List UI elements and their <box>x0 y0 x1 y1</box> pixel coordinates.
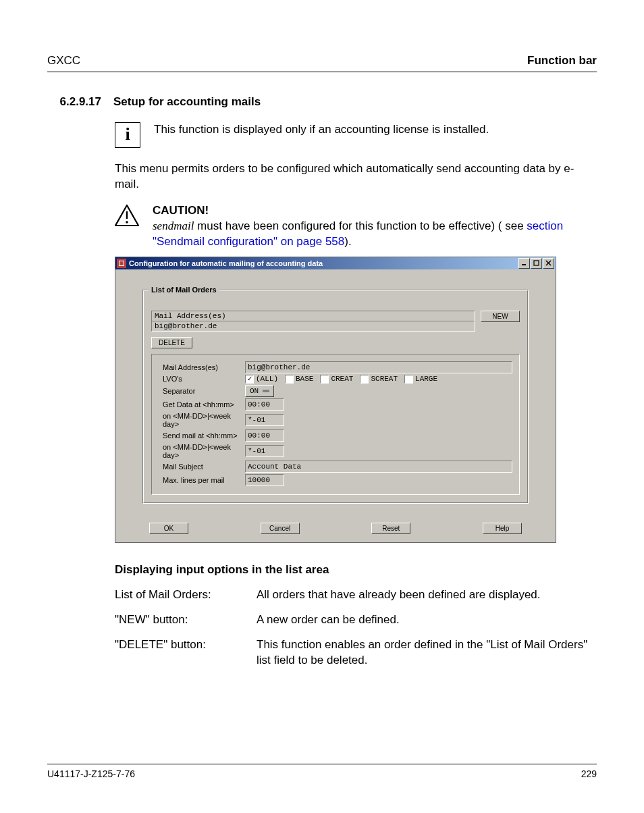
caution-ital: sendmail <box>153 219 194 232</box>
send-day-input[interactable]: *-01 <box>245 445 284 457</box>
get-day-label: on <MM-DD>|<week day> <box>163 412 245 428</box>
lvo-label: LVO's <box>163 375 245 383</box>
section-title: Setup for accounting mails <box>113 95 261 109</box>
lvo-creat-checkbox[interactable] <box>320 375 329 384</box>
svg-point-2 <box>126 221 128 224</box>
separator-label: Separator <box>163 387 245 395</box>
info-icon: i <box>115 122 140 148</box>
cancel-button[interactable]: Cancel <box>261 523 300 534</box>
mail-orders-list[interactable]: Mail Address(es) big@brother.de <box>151 311 475 332</box>
def-delete-def: This function enables an order defined i… <box>257 637 597 668</box>
get-time-label: Get Data at <hh:mm> <box>163 400 245 409</box>
def-new-term: "NEW" button: <box>115 612 257 628</box>
get-time-input[interactable]: 00:00 <box>245 398 284 411</box>
warning-icon <box>115 205 139 226</box>
close-button[interactable] <box>543 258 554 269</box>
subject-input[interactable]: Account Data <box>245 461 512 473</box>
app-icon <box>117 259 126 268</box>
footer-rule <box>47 764 597 764</box>
lvo-screat-checkbox[interactable] <box>360 375 369 384</box>
lvo-screat-label: SCREAT <box>371 375 398 383</box>
info-note: This function is displayed only if an ac… <box>154 122 489 138</box>
window-title: Configuration for automatic mailing of a… <box>129 259 323 267</box>
lvo-large-checkbox[interactable] <box>404 375 413 384</box>
mail-addr-input[interactable]: big@brother.de <box>245 361 512 373</box>
page-number: 229 <box>581 768 597 779</box>
svg-rect-6 <box>534 261 539 265</box>
section-number: 6.2.9.17 <box>47 95 101 109</box>
new-button[interactable]: NEW <box>481 311 520 322</box>
minimize-button[interactable] <box>518 258 530 269</box>
lvo-base-label: BASE <box>296 375 313 383</box>
separator-select[interactable]: ON <box>245 385 274 397</box>
doc-header-right: Function bar <box>527 54 597 68</box>
order-form: Mail Address(es) big@brother.de LVO's ✓(… <box>151 354 520 495</box>
lvo-options: ✓(ALL) BASE CREAT SCREAT LARGE <box>245 375 437 384</box>
intro-paragraph: This menu permits orders to be configure… <box>115 161 597 192</box>
dialog-window: Configuration for automatic mailing of a… <box>115 257 556 543</box>
doc-header-left: GXCC <box>47 54 80 68</box>
lvo-all-label: (ALL) <box>256 375 278 383</box>
caution-text-after: ). <box>344 235 351 248</box>
caution-title: CAUTION! <box>153 204 209 217</box>
subject-label: Mail Subject <box>163 463 245 471</box>
group-legend: List of Mail Orders <box>149 286 219 294</box>
lvo-large-label: LARGE <box>415 375 437 383</box>
titlebar[interactable]: Configuration for automatic mailing of a… <box>115 257 556 269</box>
maxlines-input[interactable]: 10000 <box>245 474 284 486</box>
send-time-label: Send mail at <hh:mm> <box>163 431 245 440</box>
send-day-label: on <MM-DD>|<week day> <box>163 443 245 459</box>
caution-body: CAUTION! sendmail must have been configu… <box>153 203 597 250</box>
subheading: Displaying input options in the list are… <box>115 563 597 577</box>
def-listorders-def: All orders that have already been define… <box>257 587 597 603</box>
mail-addr-label: Mail Address(es) <box>163 363 245 371</box>
mail-orders-group: List of Mail Orders Mail Address(es) big… <box>142 290 529 504</box>
caution-text-before: must have been configured for this funct… <box>194 219 527 232</box>
lvo-base-checkbox[interactable] <box>285 375 294 384</box>
def-listorders-term: List of Mail Orders: <box>115 587 257 603</box>
delete-button[interactable]: DELETE <box>151 337 192 348</box>
svg-rect-4 <box>119 261 124 265</box>
ok-button[interactable]: OK <box>149 523 188 534</box>
help-button[interactable]: Help <box>483 523 522 534</box>
def-delete-term: "DELETE" button: <box>115 637 257 668</box>
get-day-input[interactable]: *-01 <box>245 414 284 426</box>
lvo-creat-label: CREAT <box>331 375 353 383</box>
header-rule <box>47 72 597 72</box>
reset-button[interactable]: Reset <box>371 523 410 534</box>
send-time-input[interactable]: 00:00 <box>245 429 284 442</box>
list-item[interactable]: big@brother.de <box>152 321 475 331</box>
maximize-button[interactable] <box>531 258 542 269</box>
def-new-def: A new order can be defined. <box>257 612 597 628</box>
footer-left: U41117-J-Z125-7-76 <box>47 768 135 779</box>
lvo-all-checkbox[interactable]: ✓ <box>245 375 254 384</box>
maxlines-label: Max. lines per mail <box>163 476 245 484</box>
list-header: Mail Address(es) <box>152 311 475 321</box>
